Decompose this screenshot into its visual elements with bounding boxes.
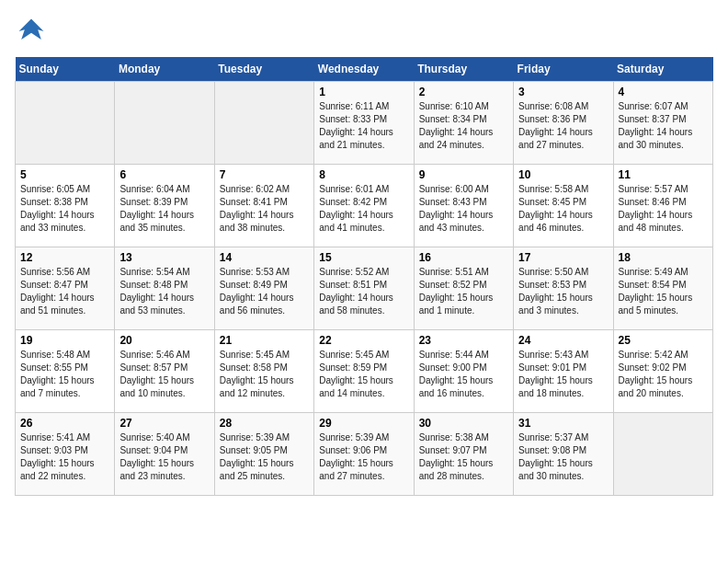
calendar-cell: 14 Sunrise: 5:53 AM Sunset: 8:49 PM Dayl… (214, 247, 313, 330)
calendar-cell: 11 Sunrise: 5:57 AM Sunset: 8:46 PM Dayl… (613, 165, 712, 247)
day-number: 13 (119, 251, 209, 264)
weekday-header-friday: Friday (514, 57, 613, 82)
cell-info: Sunrise: 5:54 AM Sunset: 8:48 PM Dayligh… (119, 266, 209, 317)
day-number: 23 (419, 334, 508, 347)
calendar-cell (115, 82, 214, 165)
day-number: 31 (518, 417, 608, 430)
day-number: 4 (619, 86, 708, 98)
day-number: 10 (518, 168, 608, 181)
day-number: 9 (419, 168, 508, 181)
day-number: 3 (518, 86, 608, 98)
calendar-cell: 13 Sunrise: 5:54 AM Sunset: 8:48 PM Dayl… (115, 247, 214, 330)
day-number: 24 (518, 334, 608, 347)
weekday-header-sunday: Sunday (16, 57, 115, 82)
cell-info: Sunrise: 5:45 AM Sunset: 8:58 PM Dayligh… (220, 349, 309, 400)
calendar-cell: 24 Sunrise: 5:43 AM Sunset: 9:01 PM Dayl… (514, 330, 613, 413)
weekday-header-wednesday: Wednesday (314, 57, 414, 82)
calendar-cell: 1 Sunrise: 6:11 AM Sunset: 8:33 PM Dayli… (314, 82, 414, 165)
cell-info: Sunrise: 5:45 AM Sunset: 8:59 PM Dayligh… (319, 349, 408, 400)
calendar-cell: 19 Sunrise: 5:48 AM Sunset: 8:55 PM Dayl… (16, 330, 115, 413)
day-number: 5 (20, 168, 109, 181)
day-number: 7 (220, 168, 309, 181)
calendar-cell: 7 Sunrise: 6:02 AM Sunset: 8:41 PM Dayli… (214, 165, 313, 247)
calendar-cell: 31 Sunrise: 5:37 AM Sunset: 9:08 PM Dayl… (514, 413, 613, 496)
calendar-cell: 23 Sunrise: 5:44 AM Sunset: 9:00 PM Dayl… (414, 330, 513, 413)
cell-info: Sunrise: 5:41 AM Sunset: 9:03 PM Dayligh… (20, 431, 109, 483)
cell-info: Sunrise: 6:10 AM Sunset: 8:34 PM Dayligh… (419, 100, 508, 152)
weekday-header-tuesday: Tuesday (214, 57, 313, 82)
calendar-cell: 22 Sunrise: 5:45 AM Sunset: 8:59 PM Dayl… (314, 330, 414, 413)
day-number: 19 (20, 334, 109, 347)
day-number: 29 (319, 417, 408, 430)
day-number: 2 (419, 86, 508, 98)
svg-marker-0 (19, 19, 44, 40)
cell-info: Sunrise: 5:50 AM Sunset: 8:53 PM Dayligh… (518, 266, 608, 317)
calendar-cell: 4 Sunrise: 6:07 AM Sunset: 8:37 PM Dayli… (613, 82, 712, 165)
calendar-cell (16, 82, 115, 165)
weekday-header-saturday: Saturday (613, 57, 712, 82)
cell-info: Sunrise: 5:39 AM Sunset: 9:05 PM Dayligh… (220, 431, 309, 483)
cell-info: Sunrise: 5:52 AM Sunset: 8:51 PM Dayligh… (319, 266, 408, 317)
weekday-header-monday: Monday (115, 57, 214, 82)
calendar-cell: 6 Sunrise: 6:04 AM Sunset: 8:39 PM Dayli… (115, 165, 214, 247)
cell-info: Sunrise: 5:40 AM Sunset: 9:04 PM Dayligh… (119, 431, 209, 483)
cell-info: Sunrise: 6:05 AM Sunset: 8:38 PM Dayligh… (20, 183, 109, 235)
calendar-cell: 29 Sunrise: 5:39 AM Sunset: 9:06 PM Dayl… (314, 413, 414, 496)
calendar-cell: 20 Sunrise: 5:46 AM Sunset: 8:57 PM Dayl… (115, 330, 214, 413)
calendar-cell: 25 Sunrise: 5:42 AM Sunset: 9:02 PM Dayl… (613, 330, 712, 413)
cell-info: Sunrise: 5:46 AM Sunset: 8:57 PM Dayligh… (119, 349, 209, 400)
cell-info: Sunrise: 5:37 AM Sunset: 9:08 PM Dayligh… (518, 431, 608, 483)
day-number: 28 (220, 417, 309, 430)
cell-info: Sunrise: 5:51 AM Sunset: 8:52 PM Dayligh… (419, 266, 508, 317)
cell-info: Sunrise: 6:01 AM Sunset: 8:42 PM Dayligh… (319, 183, 408, 235)
calendar-cell: 27 Sunrise: 5:40 AM Sunset: 9:04 PM Dayl… (115, 413, 214, 496)
calendar-cell: 16 Sunrise: 5:51 AM Sunset: 8:52 PM Dayl… (414, 247, 513, 330)
calendar-cell: 15 Sunrise: 5:52 AM Sunset: 8:51 PM Dayl… (314, 247, 414, 330)
logo (15, 15, 51, 48)
calendar-cell: 21 Sunrise: 5:45 AM Sunset: 8:58 PM Dayl… (214, 330, 313, 413)
calendar-cell: 10 Sunrise: 5:58 AM Sunset: 8:45 PM Dayl… (514, 165, 613, 247)
cell-info: Sunrise: 6:02 AM Sunset: 8:41 PM Dayligh… (220, 183, 309, 235)
calendar-cell: 8 Sunrise: 6:01 AM Sunset: 8:42 PM Dayli… (314, 165, 414, 247)
cell-info: Sunrise: 6:00 AM Sunset: 8:43 PM Dayligh… (419, 183, 508, 235)
calendar-cell: 3 Sunrise: 6:08 AM Sunset: 8:36 PM Dayli… (514, 82, 613, 165)
calendar-table: SundayMondayTuesdayWednesdayThursdayFrid… (15, 57, 713, 496)
day-number: 1 (319, 86, 408, 98)
calendar-cell (214, 82, 313, 165)
cell-info: Sunrise: 6:08 AM Sunset: 8:36 PM Dayligh… (518, 100, 608, 152)
weekday-header-thursday: Thursday (414, 57, 513, 82)
page-header (15, 15, 713, 48)
day-number: 15 (319, 251, 408, 264)
calendar-cell: 18 Sunrise: 5:49 AM Sunset: 8:54 PM Dayl… (613, 247, 712, 330)
calendar-cell (613, 413, 712, 496)
day-number: 8 (319, 168, 408, 181)
calendar-cell: 17 Sunrise: 5:50 AM Sunset: 8:53 PM Dayl… (514, 247, 613, 330)
cell-info: Sunrise: 5:39 AM Sunset: 9:06 PM Dayligh… (319, 431, 408, 483)
cell-info: Sunrise: 5:42 AM Sunset: 9:02 PM Dayligh… (619, 349, 708, 400)
cell-info: Sunrise: 6:04 AM Sunset: 8:39 PM Dayligh… (119, 183, 209, 235)
calendar-cell: 9 Sunrise: 6:00 AM Sunset: 8:43 PM Dayli… (414, 165, 513, 247)
cell-info: Sunrise: 6:11 AM Sunset: 8:33 PM Dayligh… (319, 100, 408, 152)
day-number: 14 (220, 251, 309, 264)
cell-info: Sunrise: 5:58 AM Sunset: 8:45 PM Dayligh… (518, 183, 608, 235)
calendar-cell: 2 Sunrise: 6:10 AM Sunset: 8:34 PM Dayli… (414, 82, 513, 165)
calendar-cell: 26 Sunrise: 5:41 AM Sunset: 9:03 PM Dayl… (16, 413, 115, 496)
cell-info: Sunrise: 5:44 AM Sunset: 9:00 PM Dayligh… (419, 349, 508, 400)
day-number: 16 (419, 251, 508, 264)
cell-info: Sunrise: 5:56 AM Sunset: 8:47 PM Dayligh… (20, 266, 109, 317)
cell-info: Sunrise: 5:57 AM Sunset: 8:46 PM Dayligh… (619, 183, 708, 235)
cell-info: Sunrise: 5:43 AM Sunset: 9:01 PM Dayligh… (518, 349, 608, 400)
day-number: 18 (619, 251, 708, 264)
day-number: 27 (119, 417, 209, 430)
day-number: 12 (20, 251, 109, 264)
cell-info: Sunrise: 6:07 AM Sunset: 8:37 PM Dayligh… (619, 100, 708, 152)
day-number: 25 (619, 334, 708, 347)
day-number: 11 (619, 168, 708, 181)
day-number: 30 (419, 417, 508, 430)
day-number: 21 (220, 334, 309, 347)
day-number: 26 (20, 417, 109, 430)
cell-info: Sunrise: 5:48 AM Sunset: 8:55 PM Dayligh… (20, 349, 109, 400)
calendar-cell: 5 Sunrise: 6:05 AM Sunset: 8:38 PM Dayli… (16, 165, 115, 247)
day-number: 17 (518, 251, 608, 264)
calendar-cell: 28 Sunrise: 5:39 AM Sunset: 9:05 PM Dayl… (214, 413, 313, 496)
